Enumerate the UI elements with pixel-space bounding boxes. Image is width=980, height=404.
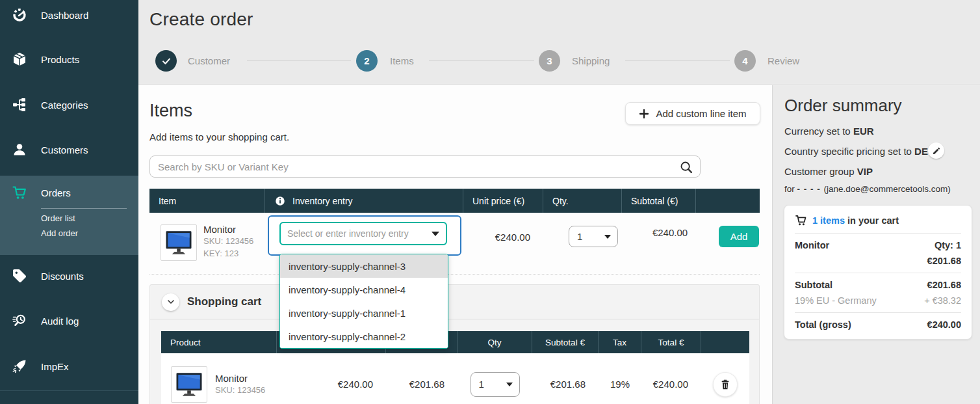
step-customer-circle[interactable] — [155, 50, 177, 72]
tax-value: 19% — [599, 353, 641, 404]
items-table: Item Inventory entry Unit price (€) Qty.… — [149, 189, 760, 275]
inventory-entry-dropdown-menu: inventory-supply-channel-3 inventory-sup… — [279, 254, 448, 349]
subtotal-value: €201.68 — [532, 353, 599, 404]
tax-amount: + €38.32 — [924, 295, 961, 306]
dropdown-option[interactable]: inventory-supply-channel-2 — [280, 325, 448, 348]
col-header-action — [701, 331, 749, 353]
original-price-value: €240.00 — [277, 353, 386, 404]
sidebar-item-products[interactable]: Products — [0, 44, 138, 74]
sidebar-item-label: Audit log — [41, 316, 79, 327]
dropdown-option[interactable]: inventory-supply-channel-4 — [280, 278, 448, 301]
search-icon[interactable] — [679, 160, 693, 174]
step-review-circle[interactable]: 4 — [734, 50, 756, 72]
search-box — [149, 155, 701, 178]
cart-items-count[interactable]: 1 items — [812, 215, 845, 226]
info-icon — [274, 195, 286, 207]
sidebar-group-orders-active: Orders Order list Add order — [0, 176, 138, 255]
divider — [795, 233, 961, 234]
shopping-cart-header[interactable]: Shopping cart — [150, 285, 759, 319]
total-amount: €240.00 — [927, 319, 961, 330]
sidebar-item-orders[interactable]: Orders — [0, 180, 138, 206]
step-shipping-label: Shipping — [572, 55, 610, 66]
search-input[interactable] — [150, 156, 700, 177]
cart-table: Product Original price € Unit price € Qt… — [161, 331, 749, 404]
monitor-image — [172, 368, 206, 401]
delete-cell — [701, 353, 749, 404]
sidebar-item-dashboard[interactable]: Dashboard — [0, 0, 138, 30]
sidebar-item-audit-log[interactable]: Audit log — [0, 306, 138, 336]
tag-icon — [12, 268, 27, 284]
caret-down-icon — [506, 383, 513, 386]
currency-line: Currency set to EUR — [784, 126, 874, 137]
col-header-item: Item — [149, 189, 265, 213]
product-name: Monitor — [215, 373, 265, 384]
page-header: Create order Customer 2 Items 3 Shipping… — [138, 0, 980, 85]
add-custom-line-item-button[interactable]: Add custom line item — [625, 102, 760, 125]
unit-price-value: €201.68 — [386, 353, 458, 404]
cart-icon — [12, 185, 27, 200]
customer-name-redacted: - - - - — [797, 184, 824, 194]
dropdown-option[interactable]: inventory-supply-channel-1 — [280, 301, 448, 325]
add-item-button[interactable]: Add — [719, 226, 759, 247]
sidebar-item-discounts[interactable]: Discounts — [0, 261, 138, 291]
sidebar-subitem-order-list[interactable]: Order list — [41, 213, 75, 223]
step-review-label: Review — [767, 55, 799, 66]
dropdown-option[interactable]: inventory-supply-channel-3 — [280, 254, 448, 278]
sidebar-item-label: Customers — [41, 144, 88, 155]
qty-dropdown[interactable]: 1 — [569, 226, 618, 247]
qty-cell: 1 — [458, 353, 532, 404]
section-title: Items — [149, 101, 192, 121]
line-item-price: €201.68 — [795, 256, 961, 266]
cart-icon — [795, 214, 807, 226]
subtotal-value: €240.00 — [633, 227, 707, 238]
sidebar-item-label: Orders — [41, 187, 71, 198]
delete-line-item-button[interactable] — [713, 372, 738, 397]
customer-line: for - - - - (jane.doe@commercetools.com) — [784, 184, 951, 194]
col-header-qty: Qty. — [543, 189, 622, 213]
customer-group-line: Customer group VIP — [784, 166, 873, 177]
product-name: Monitor — [203, 224, 253, 235]
items-step-content: Items Add custom line item Add items to … — [138, 85, 772, 404]
subtotal-row: Subtotal €201.68 — [795, 280, 961, 290]
order-summary-panel: Order summary Currency set to EUR Countr… — [772, 85, 980, 404]
sidebar-item-label: ImpEx — [41, 361, 69, 372]
unit-price-value: €240.00 — [463, 232, 530, 243]
cart-line-item-row: Monitor SKU: 123456 €240.00 €201.68 1 €2… — [161, 353, 749, 404]
category-tree-icon — [12, 97, 27, 113]
monitor-image — [162, 226, 196, 260]
col-header-unit-price: Unit price (€) — [463, 189, 543, 213]
create-order-page: Dashboard Products Categories Customers — [0, 0, 980, 404]
sidebar-item-label: Products — [41, 54, 79, 65]
sidebar-item-impex[interactable]: ImpEx — [0, 351, 138, 381]
sidebar: Dashboard Products Categories Customers — [0, 0, 138, 404]
col-header-qty: Qty — [458, 331, 532, 353]
step-items-circle[interactable]: 2 — [356, 50, 378, 72]
col-header-subtotal: Subtotal € — [532, 331, 599, 353]
trash-icon — [719, 378, 732, 391]
currency-value: EUR — [853, 126, 874, 137]
step-shipping-circle[interactable]: 3 — [539, 50, 560, 72]
country-pricing-line: Country specific pricing set to DE — [784, 146, 928, 157]
inventory-entry-combobox[interactable]: Select or enter inventory entry — [279, 222, 447, 245]
product-sku: SKU: 123456 — [215, 384, 265, 396]
sidebar-item-categories[interactable]: Categories — [0, 90, 138, 120]
collapse-toggle[interactable] — [162, 293, 179, 311]
customer-email: (jane.doe@commercetools.com) — [824, 184, 951, 194]
customer-group-value: VIP — [857, 166, 873, 177]
section-subtitle: Add items to your shopping cart. — [149, 131, 289, 142]
sidebar-item-customers[interactable]: Customers — [0, 135, 138, 165]
step-connector — [625, 61, 730, 61]
cart-product-cell: Monitor SKU: 123456 — [161, 353, 277, 404]
country-value: DE — [914, 146, 928, 157]
total-row: Total (gross) €240.00 — [795, 319, 961, 330]
step-customer-label: Customer — [188, 55, 230, 66]
check-icon — [161, 55, 172, 67]
shopping-cart-title: Shopping cart — [187, 295, 261, 308]
item-result-row: Monitor SKU: 123456 KEY: 123 Select or e… — [149, 213, 760, 275]
plus-icon — [639, 109, 649, 119]
step-connector — [247, 61, 351, 61]
summary-line-item: Monitor Qty: 1 — [795, 240, 961, 250]
qty-dropdown[interactable]: 1 — [471, 372, 520, 397]
edit-country-button[interactable] — [928, 142, 944, 159]
sidebar-subitem-add-order[interactable]: Add order — [41, 228, 78, 238]
